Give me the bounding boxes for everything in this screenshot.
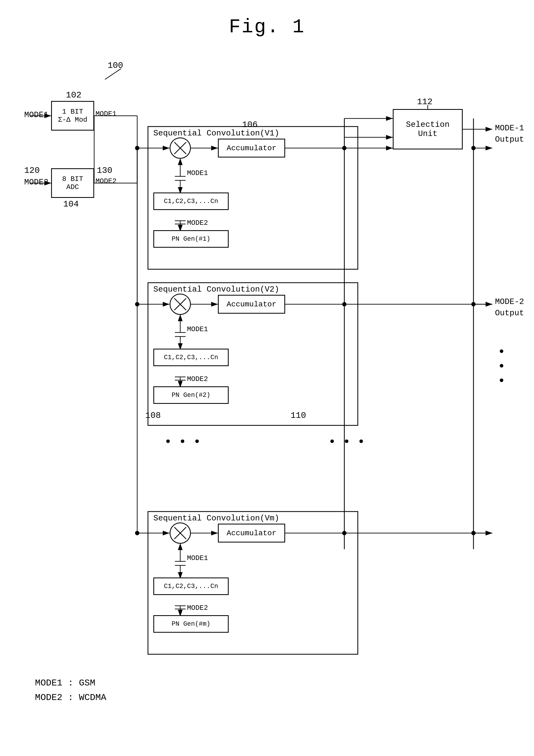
- ref-120: 120: [24, 166, 40, 176]
- svg-point-64: [471, 146, 476, 150]
- dots-mode2-1: •••: [498, 345, 505, 388]
- dots-vertical-1: •••: [160, 438, 204, 446]
- sigma-delta-box: 1 BIT Σ-Δ Mod: [51, 101, 94, 131]
- svg-point-54: [342, 146, 346, 150]
- svg-line-18: [174, 142, 186, 154]
- ref-102: 102: [66, 90, 82, 100]
- dots-vertical-2: •••: [324, 438, 368, 446]
- mode1-v1-label: MODE1: [187, 169, 208, 177]
- page-title: Fig. 1: [0, 16, 534, 38]
- ref-130: 130: [97, 166, 113, 176]
- svg-line-43: [174, 527, 186, 539]
- mode2-v2-label: MODE2: [187, 375, 208, 383]
- selection-unit-box: Selection Unit: [393, 109, 463, 149]
- adc-box: 8 BIT ADC: [51, 168, 94, 198]
- seq-conv-v1-title: Sequential Convolution(V1): [153, 129, 279, 138]
- svg-point-15: [135, 302, 140, 307]
- mode2-output-label: MODE-2 Output: [495, 296, 524, 319]
- accum2-box: Accumulator: [218, 295, 285, 314]
- seq-conv-vm-title: Sequential Convolution(Vm): [153, 514, 279, 523]
- svg-point-10: [135, 146, 140, 150]
- svg-line-19: [174, 142, 186, 154]
- c1-vm-box: C1,C2,C3,...Cn: [153, 578, 229, 595]
- mode2-v1-label: MODE2: [187, 219, 208, 227]
- mode1-vm-label: MODE1: [187, 554, 208, 562]
- svg-line-31: [174, 298, 186, 310]
- svg-point-17: [170, 138, 191, 158]
- svg-point-16: [135, 531, 140, 535]
- svg-point-41: [170, 523, 191, 543]
- seq-conv-v2-title: Sequential Convolution(V2): [153, 285, 279, 294]
- legend-mode1: MODE1 : GSM: [35, 676, 106, 690]
- pn1-box: PN Gen(#1): [153, 230, 229, 248]
- svg-point-56: [342, 531, 346, 535]
- svg-point-55: [342, 302, 346, 307]
- mode1-input-label: MODE1: [24, 110, 48, 120]
- svg-point-66: [471, 531, 476, 535]
- mode1-output-label: MODE-1 Output: [495, 122, 524, 145]
- mode2-vm-label: MODE2: [187, 604, 208, 612]
- legend: MODE1 : GSM MODE2 : WCDMA: [35, 676, 106, 705]
- ref-106: 106: [242, 120, 258, 130]
- pnm-box: PN Gen(#m): [153, 615, 229, 633]
- svg-line-30: [174, 298, 186, 310]
- ref-110: 110: [291, 411, 306, 420]
- mode2-input-label: MODE2: [24, 178, 48, 187]
- c1-v2-box: C1,C2,C3,...Cn: [153, 349, 229, 366]
- ref-104: 104: [63, 199, 79, 209]
- svg-line-42: [174, 527, 186, 539]
- ref-100: 100: [108, 61, 123, 70]
- legend-mode2: MODE2 : WCDMA: [35, 690, 106, 705]
- ref-108: 108: [145, 411, 161, 420]
- svg-point-65: [471, 302, 476, 307]
- pn2-box: PN Gen(#2): [153, 386, 229, 404]
- accum1-box: Accumulator: [218, 139, 285, 157]
- svg-point-29: [170, 294, 191, 314]
- c1-v1-box: C1,C2,C3,...Cn: [153, 193, 229, 210]
- ref-112: 112: [417, 97, 433, 107]
- mode1-v2-label: MODE1: [187, 325, 208, 333]
- accumm-box: Accumulator: [218, 524, 285, 543]
- mode2-out-adc: MODE2: [95, 177, 116, 185]
- mode1-out-sigma: MODE1: [95, 110, 116, 118]
